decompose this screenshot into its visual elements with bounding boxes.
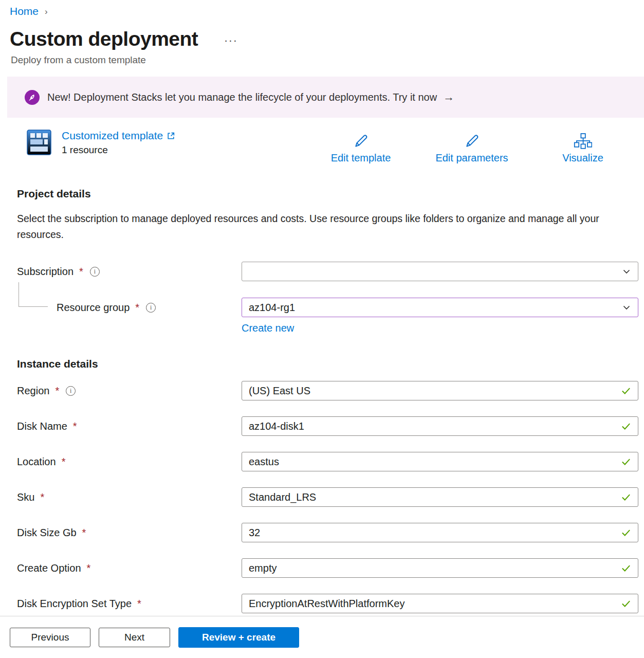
info-icon[interactable]: i bbox=[66, 386, 76, 396]
sku-value: Standard_LRS bbox=[249, 491, 620, 503]
create-option-label-text: Create Option bbox=[17, 562, 81, 574]
sku-label: Sku * bbox=[17, 491, 242, 503]
create-new-row: Create new bbox=[242, 322, 644, 334]
template-actions: Edit template Edit parameters Visualize bbox=[305, 133, 638, 164]
required-marker: * bbox=[40, 491, 44, 503]
disk-name-input[interactable]: az104-disk1 bbox=[242, 416, 638, 436]
template-meta: Customized template 1 resource bbox=[62, 130, 175, 156]
resource-group-label: Resource group * i bbox=[17, 302, 242, 314]
title-row: Custom deployment ··· bbox=[10, 28, 644, 50]
location-label: Location * bbox=[17, 456, 242, 468]
disk-encryption-set-type-value: EncryptionAtRestWithPlatformKey bbox=[249, 598, 620, 610]
breadcrumb: Home › bbox=[0, 0, 644, 17]
required-marker: * bbox=[73, 421, 77, 432]
required-marker: * bbox=[62, 456, 66, 468]
required-marker: * bbox=[135, 302, 139, 314]
customized-template-link[interactable]: Customized template bbox=[62, 130, 175, 142]
template-card: Customized template 1 resource Edit temp… bbox=[27, 130, 638, 164]
breadcrumb-separator-icon: › bbox=[45, 7, 48, 17]
subscription-label-text: Subscription bbox=[17, 266, 73, 278]
review-create-button[interactable]: Review + create bbox=[178, 627, 299, 648]
location-value: eastus bbox=[249, 456, 620, 468]
external-link-icon bbox=[167, 132, 175, 140]
resource-count: 1 resource bbox=[62, 144, 175, 156]
disk-size-row: Disk Size Gb * 32 bbox=[17, 523, 644, 542]
region-input[interactable]: (US) East US bbox=[242, 381, 638, 400]
edit-template-label: Edit template bbox=[331, 152, 391, 164]
chevron-down-icon bbox=[621, 302, 632, 313]
customized-template-label: Customized template bbox=[62, 130, 163, 142]
required-marker: * bbox=[82, 527, 86, 539]
pencil-icon bbox=[463, 133, 481, 150]
breadcrumb-home-link[interactable]: Home bbox=[10, 5, 39, 17]
required-marker: * bbox=[87, 562, 91, 574]
instance-details-heading: Instance details bbox=[17, 358, 644, 370]
banner-arrow-icon[interactable]: → bbox=[443, 90, 454, 104]
disk-encryption-set-type-row: Disk Encryption Set Type * EncryptionAtR… bbox=[17, 594, 644, 613]
valid-check-icon bbox=[620, 385, 632, 396]
subscription-dropdown[interactable] bbox=[242, 262, 638, 281]
visualize-button[interactable]: Visualize bbox=[527, 133, 638, 164]
template-icon bbox=[27, 130, 51, 155]
create-new-link[interactable]: Create new bbox=[242, 322, 294, 334]
location-label-text: Location bbox=[17, 456, 56, 468]
required-marker: * bbox=[137, 598, 141, 610]
disk-encryption-set-type-label-text: Disk Encryption Set Type bbox=[17, 598, 132, 610]
disk-size-input[interactable]: 32 bbox=[242, 523, 638, 542]
disk-size-label-text: Disk Size Gb bbox=[17, 527, 77, 539]
project-details-form: Subscription * i Resource group * i bbox=[17, 262, 644, 334]
create-option-value: empty bbox=[249, 562, 620, 574]
create-option-label: Create Option * bbox=[17, 562, 242, 574]
valid-check-icon bbox=[620, 491, 632, 503]
chevron-down-icon bbox=[621, 266, 632, 277]
resource-group-row: Resource group * i az104-rg1 bbox=[17, 298, 644, 317]
project-details-description: Select the subscription to manage deploy… bbox=[17, 211, 605, 243]
region-row: Region * i (US) East US bbox=[17, 381, 644, 400]
subscription-row: Subscription * i bbox=[17, 262, 644, 281]
subscription-label: Subscription * i bbox=[17, 266, 242, 278]
valid-check-icon bbox=[620, 456, 632, 467]
edit-template-button[interactable]: Edit template bbox=[305, 133, 416, 164]
page-subtitle: Deploy from a custom template bbox=[11, 54, 644, 66]
valid-check-icon bbox=[620, 421, 632, 432]
create-option-input[interactable]: empty bbox=[242, 558, 638, 578]
required-marker: * bbox=[79, 266, 83, 278]
next-button[interactable]: Next bbox=[99, 628, 170, 647]
location-input[interactable]: eastus bbox=[242, 452, 638, 471]
info-icon[interactable]: i bbox=[146, 303, 156, 313]
instance-details-form: Region * i (US) East US Disk Name * bbox=[17, 381, 644, 613]
previous-button[interactable]: Previous bbox=[10, 628, 90, 647]
visualize-label: Visualize bbox=[562, 152, 603, 164]
page-title: Custom deployment bbox=[10, 28, 198, 50]
deployment-stacks-banner[interactable]: New! Deployment Stacks let you manage th… bbox=[7, 77, 644, 118]
disk-size-label: Disk Size Gb * bbox=[17, 527, 242, 539]
disk-name-value: az104-disk1 bbox=[249, 421, 620, 432]
create-option-row: Create Option * empty bbox=[17, 558, 644, 578]
pencil-icon bbox=[352, 133, 370, 150]
sku-input[interactable]: Standard_LRS bbox=[242, 487, 638, 507]
resource-group-dropdown[interactable]: az104-rg1 bbox=[242, 298, 638, 317]
region-label-text: Region bbox=[17, 385, 49, 397]
region-value: (US) East US bbox=[249, 385, 620, 397]
disk-encryption-set-type-label: Disk Encryption Set Type * bbox=[17, 598, 242, 610]
hierarchy-connector-line bbox=[19, 282, 48, 307]
resource-group-label-text: Resource group bbox=[57, 302, 130, 314]
disk-name-label: Disk Name * bbox=[17, 421, 242, 432]
rocket-icon bbox=[25, 90, 40, 105]
custom-deployment-page: Home › Custom deployment ··· Deploy from… bbox=[0, 0, 644, 658]
disk-encryption-set-type-input[interactable]: EncryptionAtRestWithPlatformKey bbox=[242, 594, 638, 613]
disk-name-row: Disk Name * az104-disk1 bbox=[17, 416, 644, 436]
valid-check-icon bbox=[620, 598, 632, 609]
required-marker: * bbox=[55, 385, 59, 397]
org-chart-icon bbox=[574, 133, 592, 150]
info-icon[interactable]: i bbox=[90, 267, 100, 277]
more-menu-icon[interactable]: ··· bbox=[223, 34, 241, 47]
disk-size-value: 32 bbox=[249, 527, 620, 539]
disk-name-label-text: Disk Name bbox=[17, 421, 67, 432]
edit-parameters-label: Edit parameters bbox=[435, 152, 508, 164]
project-details-heading: Project details bbox=[17, 188, 644, 200]
wizard-footer: Previous Next Review + create bbox=[0, 616, 644, 658]
edit-parameters-button[interactable]: Edit parameters bbox=[416, 133, 527, 164]
region-label: Region * i bbox=[17, 385, 242, 397]
valid-check-icon bbox=[620, 562, 632, 574]
